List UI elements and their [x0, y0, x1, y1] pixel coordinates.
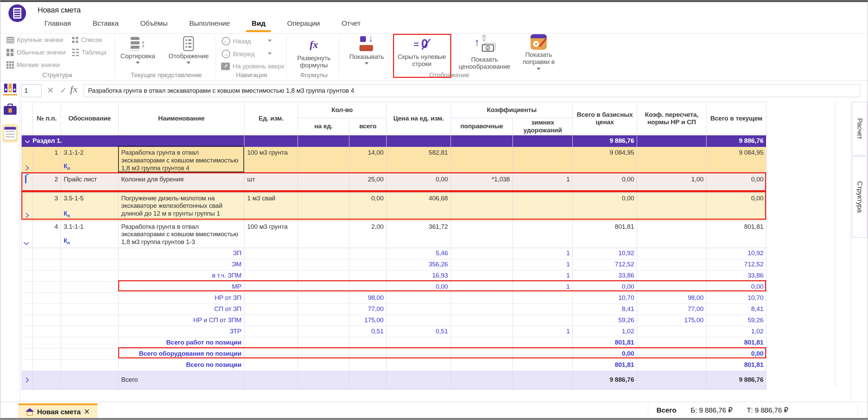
col-header-qty-per-unit[interactable]: на ед.	[298, 118, 349, 135]
detail-row-nr[interactable]: НР от ЗП 98,00 10,70 98,00 10,70	[22, 292, 766, 304]
position-name[interactable]: Колонки для бурения	[118, 173, 244, 192]
binders-icon	[4, 84, 16, 92]
col-header-total-base[interactable]: Всего в базисных ценах	[573, 102, 637, 135]
list-view-button[interactable]: Список	[72, 36, 102, 44]
col-header-num[interactable]: № п.п.	[33, 102, 61, 135]
chevron-down-icon	[537, 68, 541, 70]
level-up-button[interactable]: ↗На уровень вверх	[221, 63, 284, 70]
expand-formulas-button[interactable]: fx Развернуть формулы	[288, 34, 339, 69]
hide-zero-rows-button[interactable]: =0 Скрыть нулевые строки	[395, 37, 449, 68]
col-header-unit[interactable]: Ед. изм.	[244, 102, 298, 135]
col-header-coef-group[interactable]: Коэффициенты	[451, 102, 573, 118]
close-icon[interactable]: ✕	[84, 407, 90, 416]
status-bar: Новая смета ✕ Всего Б: 9 886,76 ₽ Т: 9 8…	[0, 402, 868, 418]
ribbon: Крупные значки Обычные значки Мелкие зна…	[0, 33, 868, 81]
forward-button[interactable]: →Вперед	[222, 50, 255, 58]
col-header-name[interactable]: Наименование	[118, 102, 244, 135]
col-header-coef-correction[interactable]: поправочные	[451, 118, 513, 135]
level-up-icon: ↗	[221, 63, 230, 70]
menu-tab-bar: Главная Вставка Объёмы Выполнение Вид Оп…	[44, 19, 361, 32]
show-amendments-button[interactable]: Показать поправки в	[513, 34, 564, 70]
col-header-recalc[interactable]: Коэф. пересчета, нормы НР и СП	[637, 102, 707, 135]
detail-row-nrsp[interactable]: НР и СП от ЗПМ 175,00 59,26 175,00 59,26	[22, 315, 766, 326]
detail-row-zp[interactable]: ЗП 5,46 1 10,92 10,92	[22, 248, 766, 259]
window-top-strip	[0, 0, 868, 2]
sidebar-item-estimate-table[interactable]	[0, 124, 20, 142]
section-row[interactable]: Раздел 1. 9 886,76 9 886,76	[22, 135, 766, 147]
side-tab-structure[interactable]: Структура	[852, 156, 867, 238]
detail-row-em[interactable]: ЭМ 356,26 1 712,52 712,52	[22, 259, 766, 270]
show-rows-icon: ↓	[360, 36, 374, 52]
detail-row-sp[interactable]: СП от ЗП 77,00 8,41 77,00 8,41	[22, 304, 766, 315]
table-view-button[interactable]: Таблица	[72, 49, 106, 56]
cancel-icon[interactable]: ✕	[47, 86, 54, 95]
normal-icons-button[interactable]: Обычные значки	[6, 49, 66, 56]
back-button[interactable]: ←Назад	[222, 37, 251, 45]
display-view-icon	[183, 36, 194, 51]
detail-row-zpm[interactable]: в т.ч. ЗПМ 16,93 1 33,86 33,86	[22, 270, 766, 281]
total-works-row[interactable]: Всего работ по позиции 801,81 801,81	[22, 337, 766, 348]
app-logo-icon	[8, 4, 26, 22]
table-right-edge	[835, 102, 836, 388]
kp-coefficient-link[interactable]: Кп	[64, 237, 70, 245]
position-row-1[interactable]: 1 3.1-1-2Кп Разработка грунта в отвал эк…	[22, 147, 766, 173]
position-row-4[interactable]: 4 3.1-1-1Кп Разработка грунта в отвал эк…	[22, 221, 766, 248]
back-dropdown[interactable]	[268, 40, 272, 42]
tab-vstavka[interactable]: Вставка	[93, 19, 119, 32]
expand-chevron[interactable]	[24, 378, 28, 382]
sorting-button[interactable]: ↕ Сортировка	[121, 36, 155, 64]
col-header-unit-price[interactable]: Цена на ед. изм.	[387, 102, 451, 135]
sidebar-item-projects[interactable]	[0, 103, 20, 115]
formula-input[interactable]: Разработка грунта в отвал экскаваторами …	[84, 84, 860, 97]
kp-coefficient-link[interactable]: Кп	[64, 210, 70, 218]
sidebar-item-estimates[interactable]	[0, 84, 20, 95]
total-position-row[interactable]: Всего по позиции 801,81 801,81	[22, 359, 766, 371]
small-icons-button[interactable]: Мелкие значки	[6, 61, 60, 69]
ribbon-divider	[216, 36, 216, 78]
tab-operacii[interactable]: Операции	[287, 19, 320, 32]
row-index-input[interactable]: 1	[21, 84, 42, 97]
chevron-down-icon	[268, 52, 272, 55]
list-icon	[72, 37, 74, 39]
confirm-icon[interactable]: ✓	[60, 86, 67, 95]
expand-chevrons[interactable]	[24, 166, 33, 170]
active-underline	[3, 94, 17, 95]
formula-fx-icon[interactable]: fx	[70, 84, 78, 95]
section-label: Раздел 1.	[32, 137, 62, 144]
large-icons-button[interactable]: Крупные значки	[6, 36, 63, 44]
tab-obyomy[interactable]: Объёмы	[140, 19, 168, 32]
tab-otchet[interactable]: Отчет	[342, 19, 361, 32]
grand-total-row[interactable]: Всего 9 886,76 9 886,76	[22, 371, 766, 389]
col-header-basis[interactable]: Обоснование	[61, 102, 118, 135]
col-header-total-current[interactable]: Всего в текущем	[707, 102, 766, 135]
col-header-coef-winter[interactable]: зимних удорожаний	[513, 118, 573, 135]
position-row-2[interactable]: 2 Прайс лист Колонки для бурения шт 25,0…	[22, 173, 766, 192]
table-header-row: № п.п. Обоснование Наименование Ед. изм.…	[22, 102, 766, 118]
side-tab-calculation[interactable]: Расчет	[852, 102, 867, 155]
kp-coefficient-link[interactable]: Кп	[64, 163, 70, 171]
display-view-button[interactable]: Отображение	[169, 36, 209, 64]
group-caption-formulas: Формулы	[300, 71, 327, 79]
col-header-qty-total[interactable]: всего	[349, 118, 387, 135]
col-header-qty-group[interactable]: Кол-во	[298, 102, 387, 118]
collapse-chevron-icon[interactable]	[25, 138, 30, 143]
show-rows-button[interactable]: ↓ Показывать	[349, 36, 384, 65]
show-pricing-button[interactable]: ⇧↑₽ Показать ценообразование	[451, 34, 518, 70]
forward-dropdown[interactable]	[268, 52, 272, 55]
detail-row-mr[interactable]: МР 0,00 1 0,00 0,00	[22, 281, 766, 292]
position-name[interactable]: Разработка грунта в отвал экскаваторами …	[118, 221, 244, 248]
forward-arrow-icon: →	[222, 50, 230, 58]
expand-chevrons[interactable]	[24, 214, 33, 217]
position-row-3[interactable]: 3 3.5-1-5Кп Погружение дизель-молотом на…	[22, 192, 766, 221]
tab-vypolnenie[interactable]: Выполнение	[189, 19, 230, 32]
position-name[interactable]: Погружение дизель-молотом на экскаваторе…	[118, 192, 244, 221]
tab-glavnaya[interactable]: Главная	[44, 19, 71, 32]
document-tab[interactable]: Новая смета ✕	[18, 403, 97, 418]
detail-row-ztr[interactable]: ЗТР 0,51 0,51 1 1,02 1,02	[22, 326, 766, 337]
position-name[interactable]: Разработка грунта в отвал экскаваторами …	[118, 147, 244, 173]
total-equipment-row[interactable]: Всего оборудования по позиции 0,00 0,00	[22, 348, 766, 359]
app-window: Новая смета Главная Вставка Объёмы Выпол…	[0, 0, 868, 420]
expand-chevrons[interactable]	[24, 241, 33, 244]
chevron-down-icon	[268, 40, 272, 42]
tab-vid-active[interactable]: Вид	[252, 19, 265, 32]
